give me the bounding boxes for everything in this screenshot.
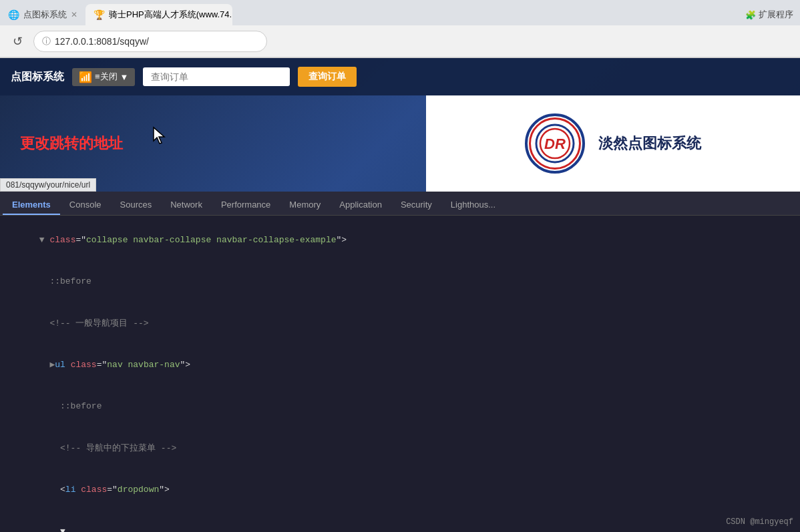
browser-chrome: 🌐 点图标系统 ✕ 🏆 骑士PHP高端人才系统(www.74... ✕ 🧩 扩展… bbox=[0, 0, 800, 58]
wifi-icon: 📶 bbox=[79, 71, 92, 83]
address-text: 127.0.0.1:8081/sqqyw/ bbox=[55, 36, 149, 47]
devtools-tab-performance[interactable]: Performance bbox=[212, 196, 280, 215]
devtools-tab-elements[interactable]: Elements bbox=[3, 196, 60, 215]
code-line-1: ▼ class="collapse navbar-collapse navbar… bbox=[8, 220, 792, 261]
code-line-7: <li class="dropdown"> bbox=[8, 469, 792, 511]
redirect-text: 更改跳转的地址 bbox=[20, 135, 123, 152]
reload-button[interactable]: ↺ bbox=[8, 34, 27, 49]
search-button[interactable]: 查询订单 bbox=[298, 67, 357, 87]
devtools-tabs: Elements Console Sources Network Perform… bbox=[0, 192, 800, 216]
search-input[interactable] bbox=[143, 67, 290, 86]
logo-svg: DR bbox=[535, 123, 575, 164]
code-line-4: ▶ul class="nav navbar-nav"> bbox=[8, 344, 792, 386]
devtools-panel: Elements Console Sources Network Perform… bbox=[0, 192, 800, 532]
website-area: 点图标系统 📶 ≡关闭 ▼ 查询订单 更改跳转的地址 DR bbox=[0, 58, 800, 192]
code-line-8: ▼ bbox=[8, 511, 792, 532]
website-content: 更改跳转的地址 DR 淡然点图标系统 bbox=[0, 95, 800, 192]
code-line-5: ::before bbox=[8, 386, 792, 428]
logo-inner: DR bbox=[529, 117, 581, 170]
navbar-brand: 点图标系统 bbox=[11, 70, 64, 84]
devtools-tab-network[interactable]: Network bbox=[161, 196, 212, 215]
dropdown-arrow-icon: ▼ bbox=[120, 72, 129, 82]
devtools-content: ▼ class="collapse navbar-collapse navbar… bbox=[0, 216, 800, 532]
code-line-6: <!-- 导航中的下拉菜单 --> bbox=[8, 428, 792, 469]
tab-1-close[interactable]: ✕ bbox=[71, 10, 77, 19]
tab-bar: 🌐 点图标系统 ✕ 🏆 骑士PHP高端人才系统(www.74... ✕ 🧩 扩展… bbox=[0, 0, 800, 25]
tab-2-label: 骑士PHP高端人才系统(www.74... bbox=[109, 9, 232, 21]
lock-icon: ⓘ bbox=[42, 35, 51, 47]
svg-text:DR: DR bbox=[544, 136, 566, 152]
puzzle-icon: 🧩 bbox=[745, 10, 756, 20]
website-right: DR 淡然点图标系统 bbox=[426, 95, 800, 192]
website-brand-text: 淡然点图标系统 bbox=[598, 134, 701, 154]
extensions-area: 🧩 扩展程序 bbox=[739, 4, 800, 25]
tab-1-icon: 🌐 bbox=[8, 9, 19, 20]
url-status-text: 081/sqqyw/your/nice/url bbox=[6, 180, 90, 190]
tab-1[interactable]: 🌐 点图标系统 ✕ bbox=[0, 4, 85, 25]
devtools-tab-console[interactable]: Console bbox=[60, 196, 111, 215]
csdn-watermark: CSDN @mingyeqf bbox=[726, 516, 793, 529]
tab-2[interactable]: 🏆 骑士PHP高端人才系统(www.74... ✕ bbox=[85, 4, 232, 25]
omnibox-bar: ↺ ⓘ 127.0.0.1:8081/sqqyw/ bbox=[0, 25, 800, 57]
url-status-bar: 081/sqqyw/your/nice/url bbox=[0, 178, 96, 192]
toggle-label: ≡关闭 bbox=[95, 71, 118, 83]
website-navbar: 点图标系统 📶 ≡关闭 ▼ 查询订单 bbox=[0, 58, 800, 95]
devtools-tab-sources[interactable]: Sources bbox=[111, 196, 162, 215]
tab-2-icon: 🏆 bbox=[93, 9, 105, 20]
extensions-label: 扩展程序 bbox=[759, 9, 793, 21]
address-bar[interactable]: ⓘ 127.0.0.1:8081/sqqyw/ bbox=[33, 31, 267, 52]
code-line-2: ::before bbox=[8, 261, 792, 302]
devtools-tab-memory[interactable]: Memory bbox=[280, 196, 330, 215]
logo-circle: DR bbox=[525, 113, 585, 174]
tab-1-label: 点图标系统 bbox=[23, 9, 67, 21]
devtools-tab-application[interactable]: Application bbox=[330, 196, 391, 215]
website-left: 更改跳转的地址 bbox=[0, 120, 426, 167]
devtools-tab-security[interactable]: Security bbox=[391, 196, 441, 215]
code-line-3: <!-- 一般导航项目 --> bbox=[8, 303, 792, 344]
devtools-tab-lighthouse[interactable]: Lighthous... bbox=[441, 196, 505, 215]
navbar-toggle-button[interactable]: 📶 ≡关闭 ▼ bbox=[72, 68, 135, 86]
